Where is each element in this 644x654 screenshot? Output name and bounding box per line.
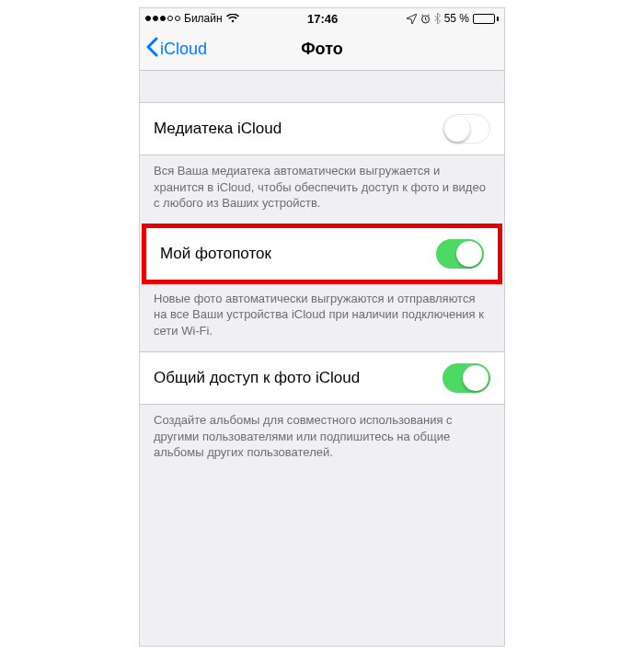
chevron-left-icon (145, 37, 158, 62)
alarm-icon (420, 14, 431, 24)
nav-bar: iCloud Фото (140, 29, 504, 71)
signal-strength (145, 16, 180, 21)
icloud-sharing-description: Создайте альбомы для совместного использ… (140, 405, 504, 474)
battery-percent: 55 % (444, 12, 469, 25)
icloud-library-label: Медиатека iCloud (154, 120, 282, 138)
highlight-annotation: Мой фотопоток (142, 224, 502, 284)
wifi-icon (226, 14, 239, 23)
icloud-sharing-label: Общий доступ к фото iCloud (154, 369, 360, 387)
clock: 17:46 (307, 12, 338, 26)
status-bar: Билайн 17:46 55 % (140, 8, 504, 29)
icloud-library-toggle[interactable] (443, 114, 490, 143)
my-photostream-label: Мой фотопоток (160, 245, 271, 263)
bluetooth-icon (434, 13, 441, 24)
back-label: iCloud (160, 40, 207, 59)
battery-icon (473, 14, 499, 24)
my-photostream-toggle[interactable] (436, 239, 484, 269)
icloud-library-cell[interactable]: Медиатека iCloud (140, 102, 504, 155)
icloud-sharing-cell[interactable]: Общий доступ к фото iCloud (140, 351, 504, 405)
icloud-sharing-toggle[interactable] (443, 363, 490, 393)
my-photostream-description: Новые фото автоматически выгружаются и о… (140, 283, 504, 352)
carrier-label: Билайн (184, 12, 223, 25)
back-button[interactable]: iCloud (140, 37, 207, 62)
icloud-library-description: Вся Ваша медиатека автоматически выгружа… (140, 155, 504, 224)
location-icon (407, 14, 417, 24)
my-photostream-cell[interactable]: Мой фотопоток (146, 228, 498, 280)
phone-frame: Билайн 17:46 55 % (139, 7, 505, 647)
